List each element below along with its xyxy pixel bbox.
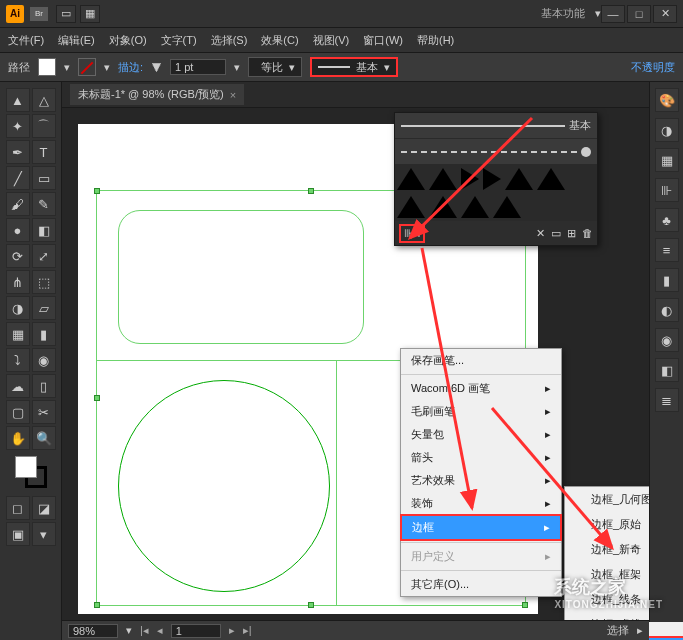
brush-shapes-row[interactable] [395, 165, 597, 221]
eyedropper-tool[interactable]: ⤵ [6, 348, 30, 372]
menu-borders[interactable]: 边框▸ [400, 514, 562, 541]
symbols-icon[interactable]: ♣ [655, 208, 679, 232]
new-brush-icon[interactable]: ⊞ [567, 227, 576, 240]
brush-options-icon[interactable]: ▭ [551, 227, 561, 240]
symbol-spray-tool[interactable]: ☁ [6, 374, 30, 398]
draw-normal-icon[interactable]: ◻ [6, 496, 30, 520]
menu-wacom-brushes[interactable]: Wacom 6D 画笔▸ [401, 377, 561, 400]
mesh-tool[interactable]: ▦ [6, 322, 30, 346]
paintbrush-tool[interactable]: 🖌 [6, 192, 30, 216]
close-button[interactable]: ✕ [653, 5, 677, 23]
fill-stroke-control[interactable] [13, 454, 49, 490]
type-tool[interactable]: T [32, 140, 56, 164]
menu-view[interactable]: 视图(V) [313, 33, 350, 48]
maximize-button[interactable]: □ [627, 5, 651, 23]
width-tool[interactable]: ⋔ [6, 270, 30, 294]
close-tab-icon[interactable]: × [230, 89, 236, 101]
delete-brush-icon[interactable]: 🗑 [582, 227, 593, 239]
hand-tool[interactable]: ✋ [6, 426, 30, 450]
blend-tool[interactable]: ◉ [32, 348, 56, 372]
chevron-down-icon[interactable]: ▾ [104, 61, 110, 74]
menu-object[interactable]: 对象(O) [109, 33, 147, 48]
zoom-input[interactable]: 98% [68, 624, 118, 638]
brush-dashed-row[interactable] [395, 139, 597, 165]
rotate-tool[interactable]: ⟳ [6, 244, 30, 268]
draw-behind-icon[interactable]: ◪ [32, 496, 56, 520]
brush-libraries-icon[interactable]: ⊪◂ [399, 224, 425, 243]
chevron-right-icon[interactable]: ▸ [637, 624, 643, 637]
color-guide-icon[interactable]: ◑ [655, 118, 679, 142]
menu-bristle-brushes[interactable]: 毛刷画笔▸ [401, 400, 561, 423]
layers-icon[interactable]: ≣ [655, 388, 679, 412]
prev-artboard-icon[interactable]: ◂ [157, 624, 163, 637]
menu-other-library[interactable]: 其它库(O)... [401, 573, 561, 596]
profile-dropdown[interactable]: 等比 ▾ [248, 57, 302, 77]
transparency-icon[interactable]: ◐ [655, 298, 679, 322]
eraser-tool[interactable]: ◧ [32, 218, 56, 242]
first-artboard-icon[interactable]: |◂ [140, 624, 149, 637]
arrange-docs-icon[interactable]: ▦ [80, 5, 100, 23]
lasso-tool[interactable]: ⌒ [32, 114, 56, 138]
swatches-icon[interactable]: ▦ [655, 148, 679, 172]
change-screen-icon[interactable]: ▾ [32, 522, 56, 546]
direct-select-tool[interactable]: △ [32, 88, 56, 112]
free-transform-tool[interactable]: ⬚ [32, 270, 56, 294]
opacity-label[interactable]: 不透明度 [631, 60, 675, 75]
gradient-panel-icon[interactable]: ▮ [655, 268, 679, 292]
graphic-styles-icon[interactable]: ◧ [655, 358, 679, 382]
menu-artistic[interactable]: 艺术效果▸ [401, 469, 561, 492]
menu-arrows[interactable]: 箭头▸ [401, 446, 561, 469]
remove-brush-icon[interactable]: ✕ [536, 227, 545, 240]
menu-window[interactable]: 窗口(W) [363, 33, 403, 48]
menu-edit[interactable]: 编辑(E) [58, 33, 95, 48]
chevron-down-icon[interactable]: ▾ [64, 61, 70, 74]
menu-file[interactable]: 文件(F) [8, 33, 44, 48]
zoom-tool[interactable]: 🔍 [32, 426, 56, 450]
stroke-panel-icon[interactable]: ≡ [655, 238, 679, 262]
line-tool[interactable]: ╱ [6, 166, 30, 190]
bridge-badge[interactable]: Br [30, 7, 48, 21]
selection-tool[interactable]: ▲ [6, 88, 30, 112]
minimize-button[interactable]: — [601, 5, 625, 23]
artboard-tool[interactable]: ▢ [6, 400, 30, 424]
shape-builder-tool[interactable]: ◑ [6, 296, 30, 320]
slice-tool[interactable]: ✂ [32, 400, 56, 424]
stroke-decrement-icon[interactable]: ⯆ [151, 61, 162, 73]
last-artboard-icon[interactable]: ▸| [243, 624, 252, 637]
fill-color-icon[interactable] [15, 456, 37, 478]
color-panel-icon[interactable]: 🎨 [655, 88, 679, 112]
brushes-icon[interactable]: ⊪ [655, 178, 679, 202]
menu-help[interactable]: 帮助(H) [417, 33, 454, 48]
gradient-tool[interactable]: ▮ [32, 322, 56, 346]
fill-swatch[interactable] [38, 58, 56, 76]
canvas[interactable]: 基本 ⊪ [62, 108, 683, 640]
next-artboard-icon[interactable]: ▸ [229, 624, 235, 637]
graph-tool[interactable]: ▯ [32, 374, 56, 398]
brush-definition-dropdown[interactable]: 基本 ▾ [310, 57, 398, 77]
chevron-down-icon[interactable]: ▾ [234, 61, 240, 74]
menu-vector-pack[interactable]: 矢量包▸ [401, 423, 561, 446]
pencil-tool[interactable]: ✎ [32, 192, 56, 216]
brush-basic-row[interactable]: 基本 [395, 113, 597, 139]
menu-type[interactable]: 文字(T) [161, 33, 197, 48]
magic-wand-tool[interactable]: ✦ [6, 114, 30, 138]
layout-toggle-icon[interactable]: ▭ [56, 5, 76, 23]
scale-tool[interactable]: ⤢ [32, 244, 56, 268]
perspective-tool[interactable]: ▱ [32, 296, 56, 320]
stroke-weight-field[interactable]: 1 pt [170, 59, 226, 75]
document-tab[interactable]: 未标题-1* @ 98% (RGB/预览) × [70, 84, 244, 105]
menu-save-brushes[interactable]: 保存画笔... [401, 349, 561, 372]
menu-select[interactable]: 选择(S) [211, 33, 248, 48]
pen-tool[interactable]: ✒ [6, 140, 30, 164]
stroke-swatch[interactable] [78, 58, 96, 76]
blob-brush-tool[interactable]: ● [6, 218, 30, 242]
menu-decorative[interactable]: 装饰▸ [401, 492, 561, 515]
chevron-down-icon[interactable]: ▾ [126, 624, 132, 637]
artboard-nav-field[interactable]: 1 [171, 624, 221, 638]
menu-effect[interactable]: 效果(C) [261, 33, 298, 48]
screen-mode-icon[interactable]: ▣ [6, 522, 30, 546]
rectangle-tool[interactable]: ▭ [32, 166, 56, 190]
appearance-icon[interactable]: ◉ [655, 328, 679, 352]
stroke-label[interactable]: 描边: [118, 60, 143, 75]
workspace-switcher[interactable]: 基本功能 [541, 6, 585, 21]
